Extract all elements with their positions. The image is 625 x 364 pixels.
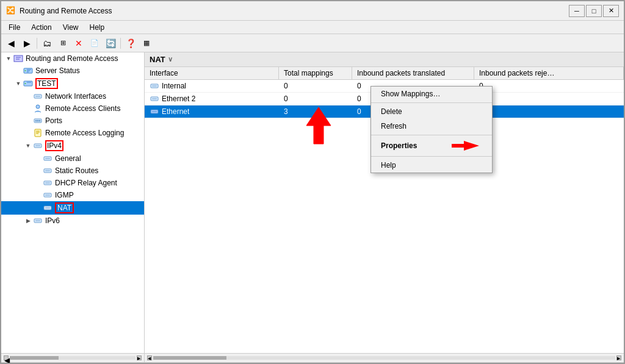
col-mappings-label: Total mappings — [284, 69, 333, 77]
right-arrow-indicator — [449, 140, 482, 152]
delete-button[interactable]: ✕ — [71, 37, 86, 50]
folder-button[interactable]: 🗂 — [40, 37, 54, 50]
copy-button[interactable]: ⊞ — [56, 37, 70, 50]
ethernet2-name: Ethernet 2 — [162, 95, 195, 103]
ipv4-label: IPv4 — [45, 140, 63, 151]
cell-ethernet2-interface: Ethernet 2 — [145, 93, 279, 105]
title-bar: 🔀 Routing and Remote Access ─ □ ✕ — [1, 1, 624, 21]
network-interfaces-icon — [33, 91, 43, 101]
ethernet2-inbound-translated: 0 — [357, 95, 361, 103]
tree-item-nat[interactable]: ▶ NAT — [1, 201, 144, 215]
general-label: General — [55, 154, 81, 163]
ethernet2-mappings: 0 — [284, 95, 288, 103]
right-scroll-thumb[interactable] — [153, 356, 226, 360]
right-scroll-right-btn[interactable]: ▶ — [616, 355, 621, 360]
tree-item-network-interfaces[interactable]: ▶ Network Interfaces — [1, 90, 144, 102]
general-icon — [43, 154, 52, 163]
left-scroll-right-btn[interactable]: ▶ — [137, 355, 142, 360]
context-divider-2 — [371, 135, 492, 135]
main-content: ▼ Routing and Remote Access ▶ — [1, 52, 624, 353]
context-properties[interactable]: Properties — [371, 137, 492, 155]
context-show-mappings[interactable]: Show Mappings… — [371, 87, 492, 101]
col-header-interface[interactable]: Interface — [145, 67, 279, 79]
expand-ipv4[interactable]: ▼ — [23, 141, 33, 151]
view-button[interactable]: ▦ — [139, 37, 154, 50]
minimize-button[interactable]: ─ — [569, 5, 585, 17]
static-routes-icon — [43, 166, 52, 176]
menu-bar: File Action View Help — [1, 21, 624, 34]
col-header-mappings[interactable]: Total mappings — [279, 67, 352, 79]
igmp-label: IGMP — [55, 191, 74, 199]
server-status-icon — [23, 66, 33, 76]
context-menu: Show Mappings… Delete Refresh Properties… — [370, 86, 493, 173]
server-status-label: Server Status — [35, 66, 80, 75]
tree-item-general[interactable]: ▶ General — [1, 152, 144, 165]
cell-ethernet2-inbound-rejected: 0 — [474, 93, 624, 105]
context-help[interactable]: Help — [371, 158, 492, 173]
nat-icon — [43, 203, 52, 213]
left-scroll-track[interactable] — [10, 356, 135, 360]
ipv6-label: IPv6 — [45, 216, 60, 225]
internal-mappings: 0 — [284, 82, 288, 90]
forward-button[interactable]: ▶ — [20, 37, 34, 50]
ral-icon — [33, 128, 43, 138]
expand-root[interactable]: ▼ — [4, 54, 13, 63]
left-scroll-thumb[interactable] — [10, 356, 59, 360]
context-delete[interactable]: Delete — [371, 104, 492, 119]
ethernet-inbound-translated: 0 — [357, 107, 361, 116]
ipv6-icon — [33, 216, 43, 226]
svg-point-13 — [36, 105, 40, 109]
context-divider-3 — [371, 156, 492, 157]
ral-label: Remote Access Logging — [45, 129, 124, 137]
ethernet-mappings: 3 — [284, 107, 288, 116]
tree-item-ports[interactable]: ▶ Ports — [1, 115, 144, 127]
root-icon — [13, 54, 23, 63]
ethernet2-icon — [150, 94, 159, 104]
menu-action[interactable]: Action — [26, 22, 56, 33]
tree-item-test[interactable]: ▼ TEST — [1, 77, 144, 90]
tree-item-static-routes[interactable]: ▶ Static Routes — [1, 165, 144, 177]
test-icon — [23, 79, 33, 88]
tree-item-ipv6[interactable]: ▶ IPv6 — [1, 215, 144, 227]
left-scrollbar[interactable]: ◀ ▶ — [1, 354, 145, 362]
tree-item-root[interactable]: ▼ Routing and Remote Access — [1, 52, 144, 65]
tree-item-server-status[interactable]: ▶ Server Status — [1, 65, 144, 77]
svg-point-17 — [39, 120, 41, 122]
back-button[interactable]: ◀ — [4, 37, 18, 50]
maximize-button[interactable]: □ — [586, 5, 602, 17]
remote-access-clients-label: Remote Access Clients — [45, 104, 120, 113]
svg-rect-18 — [35, 129, 41, 137]
close-button[interactable]: ✕ — [603, 5, 619, 17]
panel-sort-arrow: ∨ — [168, 55, 173, 63]
refresh-button[interactable]: 🔄 — [103, 37, 118, 50]
tree-item-remote-access-logging[interactable]: ▶ Remote Access Logging — [1, 127, 144, 139]
internal-inbound-translated: 0 — [357, 82, 361, 90]
tree-item-remote-access-clients[interactable]: ▶ Remote Access Clients — [1, 102, 144, 115]
menu-help[interactable]: Help — [85, 22, 110, 33]
expand-test[interactable]: ▼ — [13, 79, 23, 88]
export-button[interactable]: 📄 — [87, 37, 102, 50]
tree-item-dhcp-relay[interactable]: ▶ DHCP Relay Agent — [1, 177, 144, 189]
help-button[interactable]: ❓ — [123, 37, 138, 50]
right-scroll-track[interactable] — [153, 356, 615, 360]
col-header-inbound-rejected[interactable]: Inbound packets reje… — [474, 67, 624, 79]
tree-item-ipv4[interactable]: ▼ IPv4 — [1, 139, 144, 152]
toolbar-sep-1 — [37, 38, 37, 49]
cell-internal-interface: Internal — [145, 80, 279, 92]
dhcp-label: DHCP Relay Agent — [55, 179, 117, 187]
left-scroll-left-btn[interactable]: ◀ — [4, 355, 9, 360]
internal-icon — [150, 81, 159, 91]
ports-icon — [33, 116, 43, 126]
right-scroll-left-btn[interactable]: ◀ — [147, 355, 152, 360]
menu-file[interactable]: File — [4, 22, 25, 33]
static-routes-label: Static Routes — [55, 166, 98, 175]
tree-item-igmp[interactable]: ▶ IGMP — [1, 189, 144, 201]
svg-point-15 — [35, 120, 37, 122]
col-header-inbound-translated[interactable]: Inbound packets translated — [352, 67, 474, 79]
expand-ipv6[interactable]: ▶ — [23, 216, 33, 226]
menu-view[interactable]: View — [58, 22, 84, 33]
context-refresh[interactable]: Refresh — [371, 119, 492, 134]
bottom-scrollbar-area: ◀ ▶ ◀ ▶ — [1, 353, 624, 362]
right-panel: NAT ∨ Interface Total mappings Inbound p… — [145, 52, 624, 353]
right-scrollbar[interactable]: ◀ ▶ — [145, 354, 624, 362]
